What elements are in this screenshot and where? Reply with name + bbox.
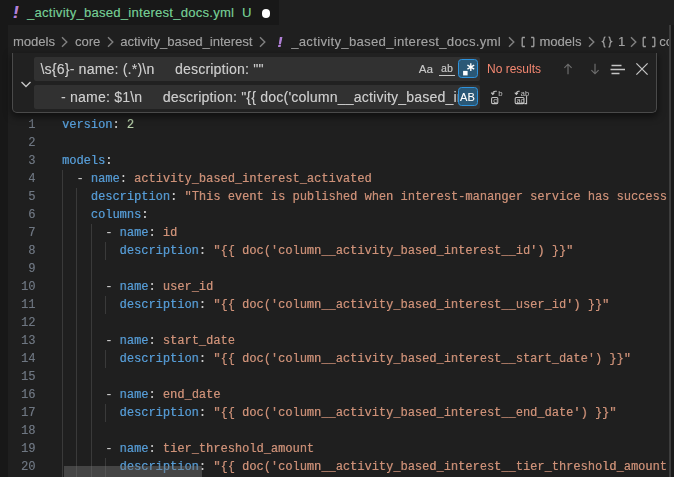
svg-text:ac: ac: [516, 96, 524, 105]
svg-text:c: c: [493, 96, 497, 105]
svg-text:b: b: [498, 89, 503, 98]
